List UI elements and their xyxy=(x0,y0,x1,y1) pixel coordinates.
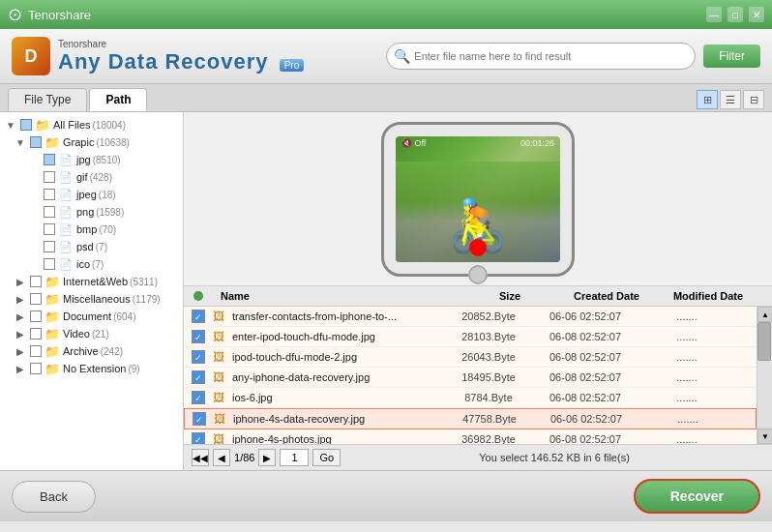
tree-item-no-extension[interactable]: ▶ 📁 No Extension (9) xyxy=(0,360,183,377)
file-icon: 📄 xyxy=(58,170,74,184)
tree-item-gif[interactable]: 📄 gif (428) xyxy=(0,168,183,186)
page-info: 1/86 xyxy=(234,452,254,463)
tree-item-internet-web[interactable]: ▶ 📁 Internet&Web (5311) xyxy=(0,273,183,290)
tree-checkbox[interactable] xyxy=(30,363,42,374)
tree-checkbox[interactable] xyxy=(30,136,42,148)
tree-label: Internet&Web xyxy=(63,276,128,287)
file-modified: ....... xyxy=(639,413,736,425)
scroll-down-button[interactable]: ▼ xyxy=(757,429,772,444)
table-row[interactable]: 🖼 ipod-touch-dfu-mode-2.jpg 26043.Byte 0… xyxy=(184,347,757,368)
tree-checkbox[interactable] xyxy=(44,223,55,235)
tree-count: (8510) xyxy=(93,155,121,165)
list-view-button[interactable]: ☰ xyxy=(720,90,741,109)
file-list-header: Name Size Created Date Modified Date xyxy=(184,286,772,307)
file-icon: 📄 xyxy=(58,222,74,236)
file-created: 06-08 02:52:07 xyxy=(532,331,638,342)
close-button[interactable]: ✕ xyxy=(749,7,764,22)
row-checkbox[interactable] xyxy=(192,310,205,323)
folder-icon: 📁 xyxy=(45,310,60,323)
page-jump-input[interactable] xyxy=(280,449,309,466)
tree-checkbox[interactable] xyxy=(30,293,42,305)
minimize-button[interactable]: — xyxy=(706,7,722,22)
tree-checkbox[interactable] xyxy=(20,119,32,131)
tree-label: png xyxy=(76,206,94,218)
tree-item-document[interactable]: ▶ 📁 Document (604) xyxy=(0,308,183,325)
search-bar: 🔍 Filter xyxy=(386,43,760,70)
file-modified: ....... xyxy=(638,331,735,342)
table-row[interactable]: 🖼 ios-6.jpg 8784.Byte 06-08 02:52:07 ...… xyxy=(184,388,757,408)
footer: Back Recover xyxy=(0,470,772,521)
tree-label: Document xyxy=(63,310,111,322)
filter-button[interactable]: Filter xyxy=(703,44,760,68)
file-name: iphone-4s-data-recovery.jpg xyxy=(233,413,446,425)
table-row[interactable]: 🖼 any-iphone-data-recovery.jpg 18495.Byt… xyxy=(184,368,757,388)
tree-count: (1179) xyxy=(133,294,161,305)
tree-item-archive[interactable]: ▶ 📁 Archive (242) xyxy=(0,342,183,360)
grid-view-button[interactable]: ⊞ xyxy=(697,90,718,109)
tree-item-video[interactable]: ▶ 📁 Video (21) xyxy=(0,325,183,342)
tree-checkbox[interactable] xyxy=(44,171,55,183)
phone-home-button[interactable] xyxy=(468,265,488,284)
first-page-button[interactable]: ◀◀ xyxy=(192,449,209,466)
tree-checkbox[interactable] xyxy=(30,276,42,287)
table-row[interactable]: 🖼 iphone-4s-photos.jpg 36982.Byte 06-08 … xyxy=(184,429,757,444)
app-icon: D xyxy=(12,37,50,75)
row-checkbox[interactable] xyxy=(192,330,205,343)
tree-item-png[interactable]: 📄 png (1598) xyxy=(0,203,183,221)
scroll-thumb[interactable] xyxy=(757,322,771,361)
row-checkbox[interactable] xyxy=(192,370,205,384)
prev-page-button[interactable]: ◀ xyxy=(213,449,230,466)
tree-item-bmp[interactable]: 📄 bmp (70) xyxy=(0,221,183,238)
tree-item-psd[interactable]: 📄 psd (7) xyxy=(0,238,183,255)
tree-item-all-files[interactable]: ▼ 📁 All Files (18004) xyxy=(0,116,183,133)
tree-item-grapic[interactable]: ▼ 📁 Grapic (10638) xyxy=(0,133,183,151)
maximize-button[interactable]: □ xyxy=(727,7,743,22)
phone-record-button[interactable] xyxy=(469,239,487,256)
row-checkbox[interactable] xyxy=(192,391,205,404)
pagination-bar: ◀◀ ◀ 1/86 ▶ Go You select 146.52 KB in 6… xyxy=(184,444,772,470)
row-checkbox[interactable] xyxy=(192,432,205,444)
view-buttons: ⊞ ☰ ⊟ xyxy=(697,90,764,109)
folder-icon: 📁 xyxy=(45,275,60,288)
back-button[interactable]: Back xyxy=(12,481,96,513)
tab-path[interactable]: Path xyxy=(89,88,147,111)
tree-item-jpeg[interactable]: 📄 jpeg (18) xyxy=(0,186,183,203)
row-checkbox[interactable] xyxy=(193,412,206,426)
scroll-track xyxy=(757,322,772,429)
tree-checkbox[interactable] xyxy=(44,189,55,200)
tree-checkbox[interactable] xyxy=(30,310,42,322)
tree-checkbox[interactable] xyxy=(44,258,55,270)
table-row[interactable]: 🖼 iphone-4s-data-recovery.jpg 47758.Byte… xyxy=(184,408,757,429)
tree-count: (242) xyxy=(101,346,123,357)
table-row[interactable]: 🖼 transfer-contacts-from-iphone-to-... 2… xyxy=(184,307,757,327)
search-input[interactable] xyxy=(386,43,696,70)
tree-count: (5311) xyxy=(130,277,158,287)
tree-checkbox[interactable] xyxy=(30,328,42,340)
folder-icon: 📁 xyxy=(35,118,50,132)
tabs-bar: File Type Path ⊞ ☰ ⊟ xyxy=(0,84,772,112)
tree-checkbox[interactable] xyxy=(44,241,55,252)
tree-label: jpeg xyxy=(76,189,97,200)
row-checkbox[interactable] xyxy=(192,350,205,364)
detail-view-button[interactable]: ⊟ xyxy=(743,90,764,109)
tree-item-jpg[interactable]: 📄 jpg (8510) xyxy=(0,151,183,168)
titlebar: ⊙ Tenorshare — □ ✕ xyxy=(0,0,772,29)
tree-item-miscellaneous[interactable]: ▶ 📁 Miscellaneous (1179) xyxy=(0,290,183,308)
tree-checkbox[interactable] xyxy=(44,154,55,165)
next-page-button[interactable]: ▶ xyxy=(258,449,276,466)
tree-checkbox[interactable] xyxy=(30,345,42,357)
toggle-icon: ▶ xyxy=(14,294,27,305)
toggle-icon: ▶ xyxy=(14,329,27,340)
tree-count: (10638) xyxy=(96,137,129,148)
file-type-icon: 🖼 xyxy=(214,412,229,426)
file-name: ios-6.jpg xyxy=(232,392,445,403)
scroll-up-button[interactable]: ▲ xyxy=(757,307,772,322)
file-created: 06-08 02:52:07 xyxy=(532,433,638,444)
table-row[interactable]: 🖼 enter-ipod-touch-dfu-mode.jpg 28103.By… xyxy=(184,327,757,347)
select-all-indicator[interactable] xyxy=(193,291,203,301)
tab-file-type[interactable]: File Type xyxy=(8,88,87,111)
recover-button[interactable]: Recover xyxy=(634,479,760,514)
tree-checkbox[interactable] xyxy=(44,206,55,218)
tree-item-ico[interactable]: 📄 ico (7) xyxy=(0,255,183,273)
go-button[interactable]: Go xyxy=(312,449,341,466)
